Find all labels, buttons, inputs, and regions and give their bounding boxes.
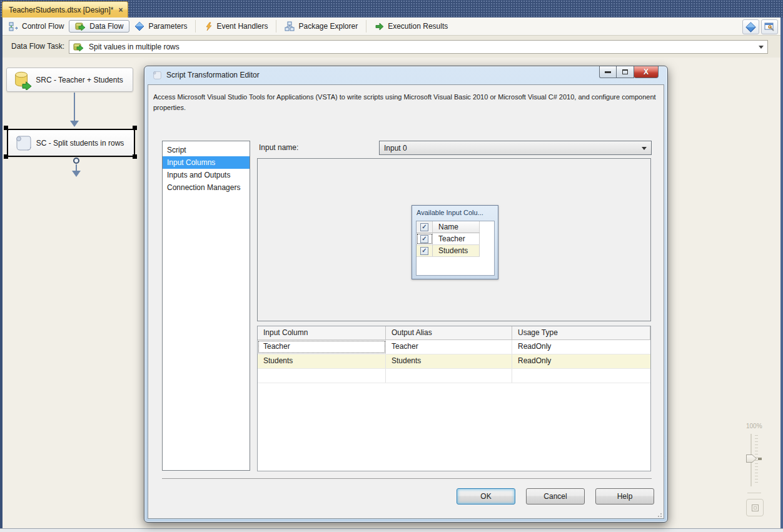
tab-label: Data Flow	[89, 22, 123, 31]
grid-cell-output-alias[interactable]: Students	[386, 354, 512, 368]
script-component-selected[interactable]: SC - Split students in rows	[7, 129, 135, 157]
tab-data-flow[interactable]: Data Flow	[69, 20, 129, 33]
tab-label: Package Explorer	[298, 22, 358, 31]
document-tab[interactable]: TeacherStudents.dtsx [Design]* ×	[2, 1, 128, 18]
check-icon: ✓	[422, 224, 427, 230]
data-flow-task-label: Data Flow Task:	[11, 42, 64, 51]
zoom-slider-ticks	[755, 435, 758, 485]
window-right-border	[780, 18, 783, 532]
available-input-columns-title: Available Input Colu...	[412, 206, 498, 216]
students-checkbox[interactable]: ✓	[420, 247, 428, 255]
document-tab-bar: TeacherStudents.dtsx [Design]* ×	[0, 0, 783, 18]
checkbox-cell: ✓	[417, 245, 433, 256]
minimize-button[interactable]	[599, 66, 617, 78]
maximize-button[interactable]	[617, 66, 634, 78]
execution-results-icon	[375, 22, 384, 31]
data-flow-icon	[73, 43, 84, 51]
tab-parameters[interactable]: Parameters	[129, 19, 192, 33]
checkbox-cell: ✓	[417, 233, 433, 244]
connector-line[interactable]	[74, 93, 75, 121]
nav-item-script[interactable]: Script	[163, 144, 250, 156]
column-header-usage-type[interactable]: Usage Type	[512, 326, 650, 339]
tab-label: Execution Results	[388, 22, 448, 31]
button-separator	[162, 478, 652, 479]
script-scroll-icon	[152, 71, 162, 80]
dialog-titlebar[interactable]: Script Transformation Editor	[152, 66, 260, 84]
grid-cell-input-column[interactable]: Teacher	[258, 340, 386, 354]
fit-to-window-icon	[752, 504, 759, 511]
tab-control-flow[interactable]: Control Flow	[4, 20, 69, 33]
input-columns-panel: Available Input Colu... ✓ Name	[257, 158, 651, 321]
nav-item-input-columns[interactable]: Input Columns	[163, 156, 250, 169]
event-handlers-icon	[204, 22, 213, 31]
close-button[interactable]: X	[634, 66, 659, 78]
source-component[interactable]: SRC - Teacher + Students	[6, 68, 133, 92]
toolbar-separator	[366, 20, 366, 33]
resize-grip[interactable]	[657, 512, 662, 517]
tab-event-handlers[interactable]: Event Handlers	[199, 20, 273, 33]
dropdown-arrow-icon	[642, 147, 647, 150]
selection-handle[interactable]	[4, 126, 8, 130]
grid-cell-input-column[interactable]: Students	[258, 354, 386, 368]
available-column-row[interactable]: ✓ Teacher	[417, 233, 480, 245]
name-column-header[interactable]: Name	[433, 221, 480, 233]
dialog-title: Script Transformation Editor	[166, 71, 260, 79]
zoom-level-label: 100%	[746, 423, 762, 429]
grid-cell-usage-type[interactable]: ReadOnly	[512, 354, 650, 368]
toolbar-separator	[195, 20, 196, 33]
ok-button[interactable]: OK	[457, 488, 515, 504]
dialog-nav-list: Script Input Columns Inputs and Outputs …	[162, 141, 250, 471]
dialog-window-buttons: X	[599, 66, 659, 78]
available-columns-header-row: ✓ Name	[417, 221, 480, 233]
column-name[interactable]: Students	[433, 245, 480, 256]
variables-window-button[interactable]	[761, 19, 778, 34]
input-name-combobox[interactable]: Input 0	[379, 141, 652, 155]
maximize-icon	[622, 69, 628, 74]
window-left-border	[0, 18, 3, 532]
column-header-input-column[interactable]: Input Column	[258, 326, 386, 339]
parameters-icon	[134, 21, 144, 31]
tab-execution-results[interactable]: Execution Results	[370, 20, 453, 33]
check-icon: ✓	[422, 248, 427, 254]
parameters-cube-icon	[745, 22, 756, 33]
grid-cell-usage-type[interactable]: ReadOnly	[512, 340, 650, 354]
column-mapping-grid: Input Column Output Alias Usage Type Tea…	[257, 326, 651, 471]
selection-handle[interactable]	[4, 154, 8, 159]
selection-handle[interactable]	[133, 154, 137, 159]
toolbar-separator	[276, 20, 276, 33]
toolbar-right-buttons	[742, 19, 778, 34]
output-connector-handle[interactable]	[73, 158, 79, 164]
close-tab-icon[interactable]: ×	[118, 6, 123, 14]
column-header-output-alias[interactable]: Output Alias	[386, 326, 512, 339]
data-flow-task-dropdown[interactable]: Spit values in multiple rows	[69, 40, 768, 54]
grid-row[interactable]: Teacher Teacher ReadOnly	[258, 340, 650, 354]
script-scroll-icon	[14, 134, 33, 152]
nav-item-inputs-and-outputs[interactable]: Inputs and Outputs	[163, 169, 250, 181]
dropdown-arrow-icon[interactable]	[759, 46, 764, 49]
variables-window-icon	[764, 22, 775, 32]
column-name[interactable]: Teacher	[433, 233, 480, 244]
grid-cell-output-alias[interactable]: Teacher	[386, 340, 512, 354]
cancel-button[interactable]: Cancel	[526, 488, 585, 504]
input-name-label: Input name:	[259, 143, 298, 152]
selection-handle[interactable]	[133, 126, 137, 130]
select-all-checkbox[interactable]: ✓	[420, 223, 428, 231]
grid-header-row: Input Column Output Alias Usage Type	[258, 326, 650, 340]
available-column-row[interactable]: ✓ Students	[417, 245, 480, 257]
zoom-control: 100%	[743, 423, 768, 520]
available-input-columns-box[interactable]: Available Input Colu... ✓ Name	[412, 205, 498, 279]
help-button[interactable]: Help	[595, 488, 654, 504]
nav-item-connection-managers[interactable]: Connection Managers	[163, 181, 250, 194]
teacher-checkbox[interactable]: ✓	[420, 235, 428, 243]
application-window: TeacherStudents.dtsx [Design]* × Control…	[0, 0, 783, 532]
tab-label: Control Flow	[22, 22, 64, 31]
grid-empty-row[interactable]	[258, 369, 650, 383]
tab-package-explorer[interactable]: Package Explorer	[280, 19, 363, 33]
source-component-label: SRC - Teacher + Students	[33, 76, 133, 84]
fit-to-window-button[interactable]	[746, 499, 764, 516]
connector-arrowhead	[70, 121, 79, 127]
parameters-window-button[interactable]	[742, 19, 759, 34]
data-flow-task-value: Spit values in multiple rows	[89, 43, 179, 51]
database-source-icon	[13, 70, 33, 90]
grid-row[interactable]: Students Students ReadOnly	[258, 354, 650, 369]
